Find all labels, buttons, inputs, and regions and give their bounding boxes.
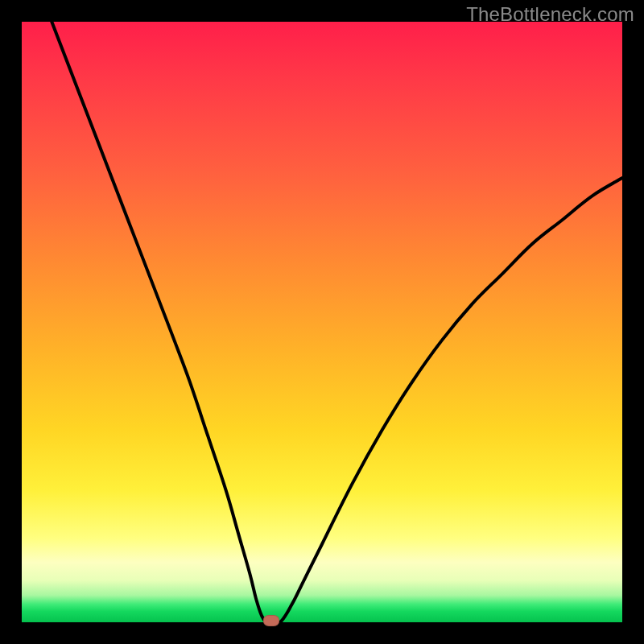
- curve-svg: [22, 22, 622, 622]
- watermark-text: TheBottleneck.com: [466, 3, 634, 26]
- optimum-marker: [263, 615, 279, 626]
- chart-frame: TheBottleneck.com: [0, 0, 644, 644]
- plot-area: [22, 22, 622, 622]
- bottleneck-curve: [52, 22, 622, 624]
